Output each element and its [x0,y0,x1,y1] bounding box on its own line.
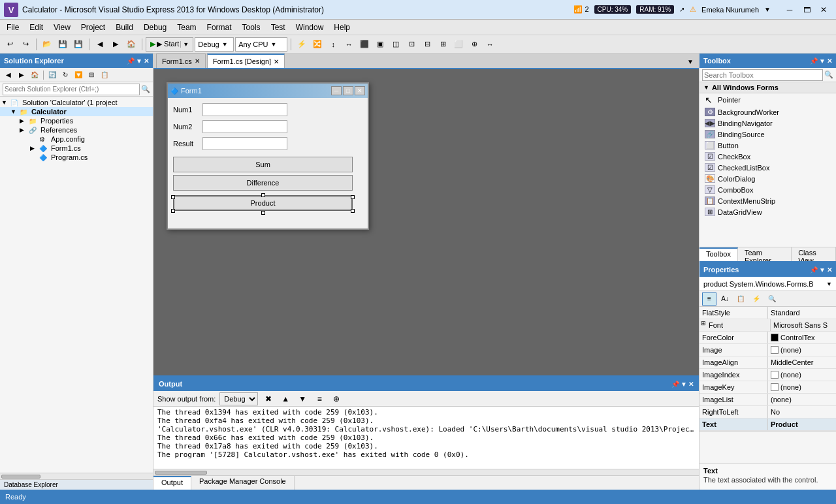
toolbar-btn17[interactable]: ↔ [483,37,497,52]
menu-team[interactable]: Team [172,22,201,33]
output-dropdown-btn[interactable]: ▼ [681,381,687,388]
toolbar-btn15[interactable]: ⬜ [451,37,466,52]
prop-categorized-btn[interactable]: ≡ [702,292,716,306]
se-btn-fwd[interactable]: ▶ [16,69,27,81]
result-input[interactable] [202,137,287,150]
output-up-btn[interactable]: ▲ [279,392,292,405]
tree-item-properties[interactable]: ▶ 📁 Properties [0,116,153,125]
config-dropdown[interactable]: Debug▼ [195,37,234,52]
toolbox-item-checkbox[interactable]: ☑ CheckBox [699,151,836,162]
prop-pin-btn[interactable]: 📌 [810,266,818,274]
tree-expand-properties[interactable]: ▶ [20,118,29,124]
handle-br[interactable] [351,209,355,213]
tree-item-programcs[interactable]: 🔷 Program.cs [0,153,153,162]
output-close-btn[interactable]: ✕ [688,381,694,388]
output-btn2[interactable]: ⊕ [330,392,343,405]
start-button[interactable]: ▶ ▶ Start ▼ [146,37,193,52]
se-dropdown-button[interactable]: ▼ [136,57,142,65]
tree-item-appconfig[interactable]: ⚙ App.config [0,134,153,144]
undo-button[interactable]: ↩ [3,37,17,52]
toolbar-btn8[interactable]: ↔ [342,37,356,52]
tab-form1cs-close[interactable]: ✕ [195,57,200,65]
database-explorer-tab[interactable]: Database Explorer [0,479,153,490]
tab-form1design[interactable]: Form1.cs [Design] ✕ [207,54,285,68]
menu-format[interactable]: Format [202,22,237,33]
tree-item-solution[interactable]: ▼ 📄 Solution 'Calculator' (1 project [0,98,153,107]
toolbar-btn14[interactable]: ⊞ [436,37,450,52]
output-btn1[interactable]: ≡ [313,392,326,405]
prop-properties-btn[interactable]: 📋 [733,292,748,306]
tree-expand-solution[interactable]: ▼ [1,99,10,106]
menu-window[interactable]: Window [291,22,329,33]
toolbar-btn13[interactable]: ⊟ [420,37,434,52]
redo-button[interactable]: ↪ [18,37,33,52]
user-dropdown-icon[interactable]: ▼ [764,6,771,13]
properties-object[interactable]: product System.Windows.Forms.B ▼ [699,277,836,291]
tab-overflow-button[interactable]: ▼ [684,57,696,67]
se-btn-home[interactable]: 🏠 [29,69,40,81]
prop-value-image[interactable]: (none) [768,344,836,356]
handle-tr[interactable] [351,195,355,199]
prop-value-font[interactable]: Microsoft Sans S [771,319,836,331]
menu-file[interactable]: File [1,22,24,33]
toolbar-btn6[interactable]: 🔀 [310,37,325,52]
se-scroll-bar[interactable] [0,473,153,479]
toolbar-btn12[interactable]: ⊡ [404,37,419,52]
toolbox-item-bindingnavigator[interactable]: ◀▶ BindingNavigator [699,118,836,129]
output-hscroll-thumb[interactable] [155,471,207,475]
toolbox-item-button[interactable]: ⬜ Button [699,140,836,151]
prop-value-forecolor[interactable]: ControlTex [768,332,836,343]
prop-value-text[interactable]: Product [768,418,836,430]
back-nav-button[interactable]: ◀ [93,37,107,52]
prop-search-btn[interactable]: 🔍 [765,292,779,306]
tree-item-form1cs[interactable]: ▶ 🔷 Form1.cs [0,144,153,153]
close-button[interactable]: ✕ [815,3,832,16]
output-hscroll[interactable] [153,469,699,475]
toolbar-btn10[interactable]: ▣ [373,37,387,52]
prop-value-flatstyle[interactable]: Standard [768,307,836,319]
menu-debug[interactable]: Debug [138,22,172,33]
form-maximize-btn[interactable]: □ [343,86,353,95]
toolbox-close-btn[interactable]: ✕ [827,57,832,65]
toolbar-btn9[interactable]: ⬛ [357,37,372,52]
tab-form1cs[interactable]: Form1.cs ✕ [156,54,206,68]
prop-value-imagekey[interactable]: (none) [768,381,836,393]
prop-object-dropdown[interactable]: ▼ [826,281,832,287]
save-button[interactable]: 💾 [56,37,70,52]
prop-alphabetical-btn[interactable]: A↓ [718,292,732,306]
form1cs-expand[interactable]: ▶ [30,145,39,151]
prop-events-btn[interactable]: ⚡ [749,292,764,306]
handle-tl[interactable] [171,195,175,199]
se-btn-filter[interactable]: 🔽 [72,69,84,81]
handle-tc[interactable] [261,193,265,197]
toolbar-btn7[interactable]: ↕ [326,37,340,52]
toolbar-btn11[interactable]: ◫ [389,37,403,52]
prop-value-imageindex[interactable]: (none) [768,369,836,381]
btn-difference[interactable]: Difference [173,175,353,191]
form-close-btn[interactable]: ✕ [355,86,365,95]
toolbox-item-bindingsource[interactable]: 🔗 BindingSource [699,129,836,140]
save-all-button[interactable]: 💾 [71,37,86,52]
tree-expand-references[interactable]: ▶ [20,127,29,133]
se-btn-back[interactable]: ◀ [3,69,14,81]
debug-source-select[interactable]: Debug [219,392,258,405]
start-dropdown-icon[interactable]: ▼ [180,41,189,48]
tree-item-calculator[interactable]: ▼ 📁 Calculator [0,107,153,116]
btn-sum[interactable]: Sum [173,157,353,172]
home-button[interactable]: 🏠 [124,37,138,52]
se-search-input[interactable] [3,84,140,95]
toolbox-item-pointer[interactable]: ↖ Pointer [699,93,836,106]
toolbox-item-datagridview[interactable]: ⊞ DataGridView [699,206,836,217]
prop-close-btn[interactable]: ✕ [827,266,832,274]
menu-test[interactable]: Test [266,22,291,33]
toolbox-search-input[interactable] [702,69,823,81]
se-btn-refresh[interactable]: ↻ [59,69,71,81]
handle-bc[interactable] [261,211,265,215]
platform-dropdown[interactable]: Any CPU▼ [235,37,287,52]
se-close-button[interactable]: ✕ [144,57,149,65]
prop-value-righttoleft[interactable]: No [768,406,836,418]
form-minimize-btn[interactable]: ─ [331,86,342,95]
tab-output[interactable]: Output [153,476,191,490]
toolbox-tab-classview[interactable]: Class View [792,247,836,261]
prop-expand-font[interactable]: ⊞ [699,319,707,331]
